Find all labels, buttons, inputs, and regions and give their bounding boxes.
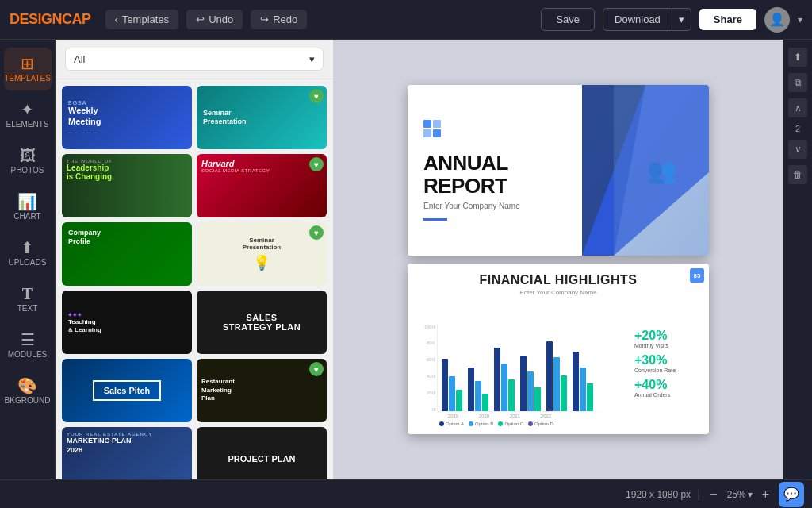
slide-1[interactable]: ANNUAL REPORT Enter Your Company Name bbox=[408, 85, 709, 256]
sidebar-item-chart[interactable]: 📊 CHART bbox=[4, 186, 52, 229]
undo-icon: ↩ bbox=[196, 13, 205, 25]
redo-button[interactable]: ↪ Redo bbox=[251, 10, 307, 29]
text-label: TEXT bbox=[17, 304, 38, 313]
main-content: ⊞ TEMPLATES ✦ ELEMENTS 🖼 PHOTOS 📊 CHART … bbox=[0, 40, 812, 479]
download-button[interactable]: Download bbox=[603, 8, 672, 31]
chevron-left-icon: ‹ bbox=[115, 13, 118, 25]
chart-icon: 📊 bbox=[17, 194, 37, 210]
list-item[interactable]: THE WORLD OF Leadershipis Changing bbox=[62, 154, 192, 217]
zoom-plus-button[interactable]: + bbox=[759, 487, 772, 502]
logo-cap: CAP bbox=[62, 11, 91, 27]
sidebar-item-templates[interactable]: ⊞ TEMPLATES bbox=[4, 48, 52, 90]
slide-2[interactable]: 85 FINANCIAL HIGHLIGHTS Enter Your Compa… bbox=[408, 264, 709, 434]
company-logo-icon bbox=[423, 120, 449, 145]
chat-button[interactable]: 💬 bbox=[779, 482, 804, 507]
zoom-percent: 25% bbox=[727, 489, 746, 500]
templates-panel: All ▾ BGSA WeeklyMeeting — — — — — ♥ Sem… bbox=[56, 40, 333, 479]
save-button[interactable]: Save bbox=[541, 8, 595, 31]
sidebar-item-elements[interactable]: ✦ ELEMENTS bbox=[4, 94, 52, 137]
templates-label: TEMPLATES bbox=[4, 74, 51, 83]
canvas-area: ANNUAL REPORT Enter Your Company Name bbox=[333, 40, 783, 479]
modules-label: MODULES bbox=[8, 350, 47, 359]
slide-badge: 85 bbox=[690, 268, 704, 283]
canvas-dimensions: 1920 x 1080 px bbox=[626, 489, 691, 500]
chart-label: CHART bbox=[13, 212, 40, 221]
right-panel: ⬆ ⧉ ∧ 2 ∨ 🗑 bbox=[783, 40, 812, 479]
text-icon: T bbox=[22, 286, 33, 302]
templates-nav-label: Templates bbox=[122, 13, 169, 25]
favorite-icon: ♥ bbox=[309, 89, 324, 103]
sidebar: ⊞ TEMPLATES ✦ ELEMENTS 🖼 PHOTOS 📊 CHART … bbox=[0, 40, 56, 479]
stat-monthly-visits: +20% Monthly Visits bbox=[634, 329, 699, 348]
undo-label: Undo bbox=[209, 13, 233, 25]
modules-icon: ☰ bbox=[21, 332, 35, 348]
bottom-bar: 1920 x 1080 px | − 25% ▾ + 💬 bbox=[0, 479, 812, 508]
bkground-icon: 🎨 bbox=[17, 378, 37, 394]
list-item[interactable]: ♥ RestaurantMarketingPlan bbox=[197, 359, 327, 422]
favorite-icon: ♥ bbox=[309, 157, 324, 171]
bkground-label: BKGROUND bbox=[5, 396, 51, 405]
list-item[interactable]: ♥ SeminarPresentation bbox=[197, 86, 327, 149]
sidebar-item-text[interactable]: T TEXT bbox=[4, 278, 52, 321]
slide2-stats: +20% Monthly Visits +30% Conversion Rate… bbox=[628, 300, 699, 426]
favorite-icon: ♥ bbox=[309, 362, 324, 376]
delete-button[interactable]: 🗑 bbox=[788, 165, 807, 184]
list-item[interactable]: ♥ Harvard SOCIAL MEDIA STRATEGY bbox=[197, 154, 327, 217]
sidebar-item-uploads[interactable]: ⬆ UPLOADS bbox=[4, 232, 52, 275]
list-item[interactable]: Sales Pitch bbox=[62, 359, 192, 422]
list-item[interactable]: CompanyProfile bbox=[62, 222, 192, 286]
share-button[interactable]: Share bbox=[699, 9, 756, 30]
list-item[interactable]: SALESSTRATEGY PLAN bbox=[197, 291, 327, 354]
stat-annual-orders: +40% Annual Orders bbox=[634, 378, 699, 398]
photos-icon: 🖼 bbox=[20, 148, 36, 164]
undo-button[interactable]: ↩ Undo bbox=[186, 10, 243, 29]
app-logo: DESIGNCAP bbox=[10, 11, 91, 28]
panel-header: All ▾ bbox=[56, 40, 333, 79]
zoom-minus-button[interactable]: − bbox=[707, 487, 720, 502]
list-item[interactable]: YOUR REAL ESTATE AGENCY MARKETING PLAN 2… bbox=[62, 427, 192, 479]
download-label: Download bbox=[615, 13, 661, 25]
list-item[interactable]: PROJECT PLAN bbox=[197, 427, 327, 479]
redo-label: Redo bbox=[273, 13, 297, 25]
filter-dropdown[interactable]: All ▾ bbox=[65, 48, 324, 71]
slide2-subtitle: Enter Your Company Name bbox=[419, 289, 697, 296]
sidebar-item-photos[interactable]: 🖼 PHOTOS bbox=[4, 140, 52, 183]
filter-label: All bbox=[74, 53, 85, 65]
download-dropdown-button[interactable]: ▾ bbox=[672, 8, 691, 31]
template-grid: BGSA WeeklyMeeting — — — — — ♥ SeminarPr… bbox=[56, 79, 333, 479]
download-group: Download ▾ bbox=[603, 8, 691, 31]
slide1-accent-line bbox=[423, 218, 447, 221]
copy-button[interactable]: ⧉ bbox=[788, 73, 807, 92]
sidebar-item-modules[interactable]: ☰ MODULES bbox=[4, 324, 52, 367]
export-button[interactable]: ⬆ bbox=[788, 48, 807, 67]
topbar: DESIGNCAP ‹ Templates ↩ Undo ↪ Redo Save… bbox=[0, 0, 812, 40]
slide1-left-panel: ANNUAL REPORT Enter Your Company Name bbox=[408, 85, 582, 256]
sidebar-item-bkground[interactable]: 🎨 BKGROUND bbox=[4, 370, 52, 413]
chevron-down-icon: ▾ bbox=[679, 13, 684, 25]
slide2-title: FINANCIAL HIGHLIGHTS bbox=[419, 273, 697, 287]
elements-label: ELEMENTS bbox=[6, 120, 49, 129]
templates-icon: ⊞ bbox=[21, 56, 34, 71]
separator: | bbox=[697, 487, 700, 502]
list-item[interactable]: ♥ SeminarPresentation 💡 bbox=[197, 222, 327, 286]
avatar-chevron-icon[interactable]: ▾ bbox=[798, 14, 802, 25]
list-item[interactable]: ◆◆◆ Teaching& Learning bbox=[62, 291, 192, 354]
uploads-icon: ⬆ bbox=[21, 240, 34, 256]
stat-monthly-visits-value: +20% bbox=[634, 329, 699, 343]
avatar[interactable]: 👤 bbox=[764, 7, 790, 33]
scroll-up-button[interactable]: ∧ bbox=[788, 98, 807, 117]
slide2-body: 10008006004002000 bbox=[408, 300, 709, 434]
redo-icon: ↪ bbox=[260, 13, 269, 25]
list-item[interactable]: BGSA WeeklyMeeting — — — — — bbox=[62, 86, 192, 149]
templates-nav-button[interactable]: ‹ Templates bbox=[105, 10, 179, 29]
slide1-subtitle: Enter Your Company Name bbox=[423, 202, 566, 210]
slides-container: ANNUAL REPORT Enter Your Company Name bbox=[408, 85, 709, 434]
scroll-down-button[interactable]: ∨ bbox=[788, 140, 807, 159]
page-number: 2 bbox=[795, 124, 800, 133]
bar-chart bbox=[437, 325, 597, 412]
favorite-icon: ♥ bbox=[309, 225, 324, 240]
svg-rect-1 bbox=[433, 120, 441, 128]
slide2-header: FINANCIAL HIGHLIGHTS Enter Your Company … bbox=[408, 264, 709, 300]
svg-rect-3 bbox=[433, 129, 441, 137]
svg-rect-0 bbox=[423, 120, 431, 128]
